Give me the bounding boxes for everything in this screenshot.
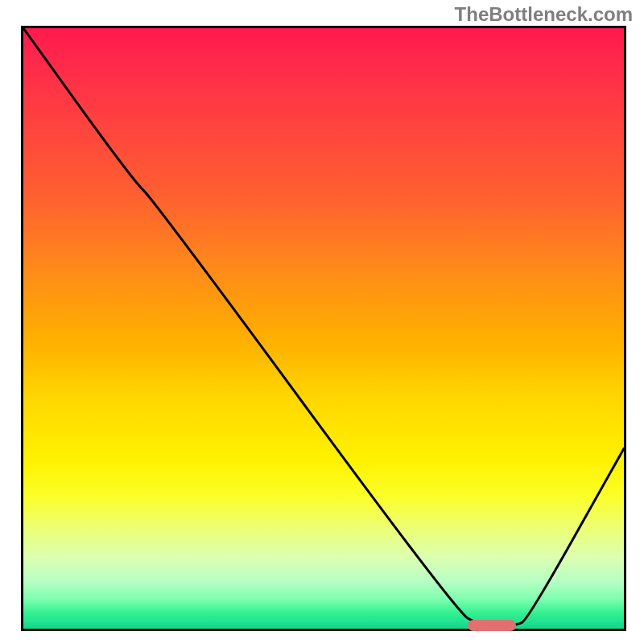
optimal-range-marker	[468, 620, 516, 631]
bottleneck-curve	[23, 28, 624, 629]
chart-plot-area	[21, 26, 626, 631]
watermark-text: TheBottleneck.com	[455, 3, 633, 26]
